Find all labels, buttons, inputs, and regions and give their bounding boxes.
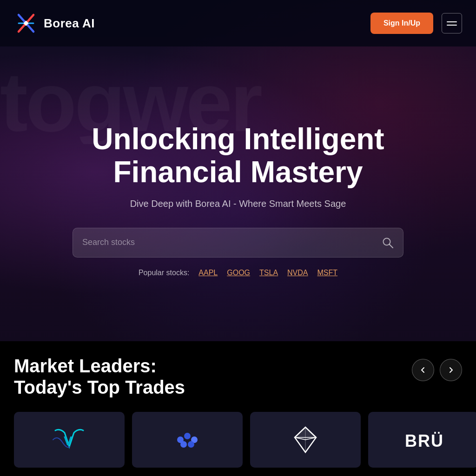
stock-link-nvda[interactable]: NVDA	[287, 269, 308, 277]
search-input[interactable]	[82, 238, 382, 247]
search-bar	[73, 228, 403, 258]
card-logo-1: V	[48, 419, 90, 461]
card-logo-icon-3	[289, 423, 322, 456]
card-logo-4: BRÜ	[403, 419, 444, 461]
svg-point-9	[184, 433, 191, 439]
carousel-prev-button[interactable]	[412, 359, 434, 381]
navbar: Borea AI Sign In/Up	[0, 0, 476, 46]
logo-area: Borea AI	[14, 11, 95, 35]
search-button[interactable]	[382, 237, 394, 249]
svg-text:BRÜ: BRÜ	[405, 431, 444, 450]
market-title: Market Leaders: Today's Top Trades	[14, 355, 185, 398]
logo-text: Borea AI	[44, 16, 95, 31]
svg-line-6	[390, 245, 393, 248]
svg-point-11	[180, 441, 187, 448]
card-logo-3	[284, 419, 326, 461]
market-title-line1: Market Leaders:	[14, 356, 157, 376]
market-header: Market Leaders: Today's Top Trades	[14, 355, 462, 398]
popular-stocks: Popular stocks: AAPL GOOG TSLA NVDA MSFT	[139, 269, 337, 277]
card-logo-2	[166, 419, 208, 461]
stock-card-1[interactable]: V	[14, 412, 125, 468]
nav-right: Sign In/Up	[370, 13, 462, 34]
hero-content: Unlocking Intelligent Financial Mastery …	[73, 104, 403, 277]
stock-card-2[interactable]	[132, 412, 243, 468]
carousel-controls	[412, 355, 462, 381]
hero-subtitle: Dive Deep with Borea AI - Where Smart Me…	[130, 198, 346, 209]
stock-card-3[interactable]	[250, 412, 361, 468]
svg-text:V: V	[64, 434, 73, 448]
stock-link-goog[interactable]: GOOG	[227, 269, 250, 277]
card-logo-icon-1: V	[51, 426, 88, 454]
hamburger-line-2	[447, 25, 457, 26]
stock-link-tsla[interactable]: TSLA	[259, 269, 278, 277]
hero-title-line1: Unlocking Intelligent	[92, 122, 384, 156]
carousel-next-button[interactable]	[440, 359, 462, 381]
chevron-right-icon	[447, 366, 455, 374]
svg-point-12	[188, 441, 194, 448]
hero-title: Unlocking Intelligent Financial Mastery	[92, 123, 384, 188]
chevron-left-icon	[419, 366, 427, 374]
card-logo-icon-2	[171, 426, 204, 454]
menu-button[interactable]	[442, 13, 462, 33]
logo-icon	[14, 11, 38, 35]
market-title-line2: Today's Top Trades	[14, 377, 185, 397]
stock-cards-row: V	[14, 412, 462, 468]
search-icon	[382, 237, 394, 249]
market-section: Market Leaders: Today's Top Trades	[0, 341, 476, 476]
hamburger-line-1	[447, 21, 457, 22]
stock-link-aapl[interactable]: AAPL	[198, 269, 218, 277]
hero-title-line2: Financial Mastery	[113, 155, 363, 189]
card-logo-icon-4: BRÜ	[403, 428, 444, 451]
popular-stocks-label: Popular stocks:	[139, 269, 189, 277]
stock-card-4[interactable]: BRÜ	[368, 412, 476, 468]
signin-button[interactable]: Sign In/Up	[370, 13, 433, 34]
stock-link-msft[interactable]: MSFT	[317, 269, 338, 277]
